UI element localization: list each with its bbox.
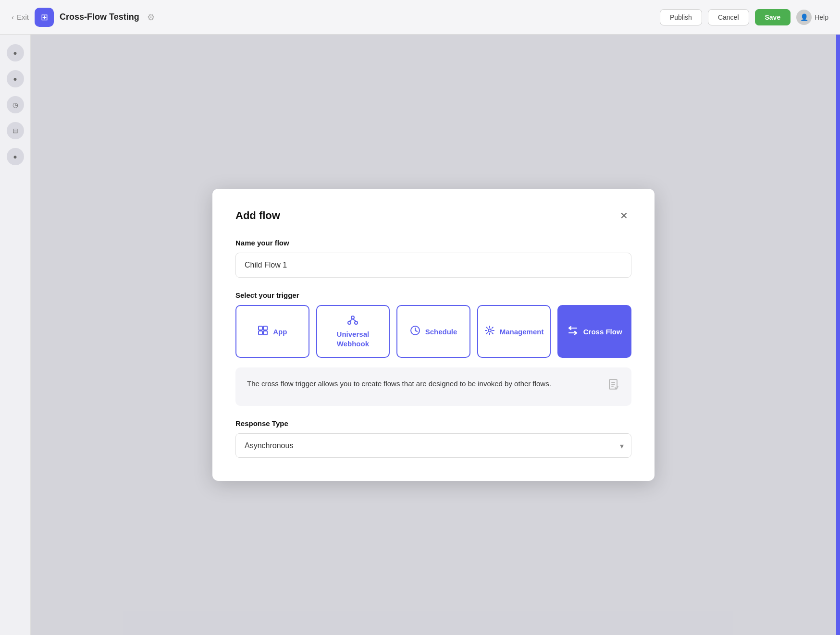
back-arrow-icon: ‹: [12, 13, 14, 21]
schedule-label: Schedule: [425, 328, 457, 336]
page-title: Cross-Flow Testing: [60, 12, 139, 22]
svg-line-11: [415, 330, 417, 331]
trigger-cross-flow-button[interactable]: Cross Flow: [557, 305, 631, 358]
svg-point-12: [488, 329, 491, 332]
header: ‹ Exit ⊞ Cross-Flow Testing ⚙ Publish Ca…: [0, 0, 840, 35]
trigger-schedule-button[interactable]: Schedule: [396, 305, 470, 358]
right-accent-bar: [836, 35, 840, 635]
universal-webhook-label: Universal Webhook: [337, 330, 370, 348]
back-label: Exit: [17, 13, 29, 21]
flow-name-input[interactable]: [235, 253, 631, 278]
name-section-label: Name your flow: [235, 239, 631, 247]
svg-rect-2: [259, 331, 262, 335]
trigger-universal-webhook-button[interactable]: Universal Webhook: [316, 305, 390, 358]
response-type-select[interactable]: Asynchronous Synchronous: [235, 433, 631, 458]
sidebar-item-1[interactable]: ●: [7, 44, 24, 61]
trigger-buttons-row: App Universal Webhook: [235, 305, 631, 358]
cross-flow-icon: [567, 325, 579, 339]
modal-title: Add flow: [235, 209, 280, 222]
management-icon: [484, 325, 495, 338]
svg-line-7: [349, 319, 353, 321]
help-label: Help: [815, 13, 828, 21]
svg-point-6: [355, 321, 358, 324]
document-icon: [608, 379, 620, 395]
avatar: 👤: [796, 10, 812, 25]
svg-rect-16: [611, 386, 614, 387]
save-button[interactable]: Save: [755, 9, 791, 25]
sidebar-item-5[interactable]: ●: [7, 148, 24, 165]
schedule-icon: [410, 325, 420, 338]
info-text: The cross flow trigger allows you to cre…: [247, 378, 601, 390]
trigger-section-label: Select your trigger: [235, 291, 631, 299]
modal-header: Add flow ✕: [235, 208, 631, 223]
help-button[interactable]: 👤 Help: [796, 10, 828, 25]
trigger-management-button[interactable]: Management: [477, 305, 551, 358]
modal-overlay: Add flow ✕ Name your flow Select your tr…: [31, 35, 836, 635]
response-type-select-wrapper: Asynchronous Synchronous ▾: [235, 433, 631, 458]
app-icon-glyph: ⊞: [41, 12, 48, 23]
svg-rect-15: [611, 384, 615, 385]
svg-point-4: [351, 316, 354, 319]
back-button[interactable]: ‹ Exit: [12, 13, 29, 21]
settings-icon[interactable]: ⚙: [147, 12, 155, 23]
add-flow-modal: Add flow ✕ Name your flow Select your tr…: [212, 189, 655, 481]
info-box: The cross flow trigger allows you to cre…: [235, 367, 631, 406]
trigger-app-button[interactable]: App: [235, 305, 309, 358]
svg-rect-3: [263, 331, 267, 335]
app-trigger-icon: [258, 325, 268, 338]
svg-rect-0: [259, 326, 262, 330]
svg-line-8: [353, 319, 356, 321]
svg-rect-14: [611, 382, 615, 383]
sidebar-item-3[interactable]: ◷: [7, 96, 24, 113]
svg-point-5: [348, 321, 351, 324]
close-button[interactable]: ✕: [616, 208, 631, 223]
sidebar: ● ● ◷ ⊟ ●: [0, 35, 31, 635]
universal-webhook-icon: [347, 315, 358, 328]
publish-button[interactable]: Publish: [660, 9, 702, 25]
close-icon: ✕: [620, 210, 628, 221]
app-trigger-label: App: [273, 328, 287, 336]
response-type-label: Response Type: [235, 419, 631, 427]
cross-flow-label: Cross Flow: [583, 328, 622, 336]
sidebar-item-4[interactable]: ⊟: [7, 122, 24, 139]
sidebar-item-2[interactable]: ●: [7, 70, 24, 87]
app-icon: ⊞: [35, 8, 54, 27]
svg-rect-1: [263, 326, 267, 330]
cancel-button[interactable]: Cancel: [708, 9, 749, 25]
management-label: Management: [500, 328, 544, 336]
